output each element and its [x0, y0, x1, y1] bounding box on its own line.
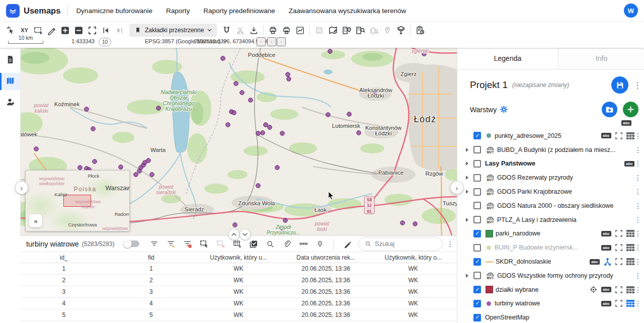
- import-layers-button[interactable]: [394, 24, 408, 37]
- layer-row[interactable]: MVTGDOŚ Parki Krajobrazowe⋮: [466, 185, 644, 199]
- layer-menu-kebab[interactable]: ⋮: [634, 132, 639, 140]
- map-area[interactable]: S81291 PoddębiceZgierzzgierskiAleksandró…: [20, 48, 457, 235]
- help-button[interactable]: ?: [277, 37, 286, 46]
- layer-expand-arrow[interactable]: [466, 162, 472, 166]
- table-row[interactable]: 11WK20.06.2025, 13:36WK: [20, 263, 457, 275]
- cut-geometry-button[interactable]: [233, 24, 247, 37]
- column-header[interactable]: id_: [20, 254, 108, 261]
- layer-row[interactable]: SKDR_dolnoslaskieabc⋮: [466, 255, 644, 269]
- brand[interactable]: Usemaps: [0, 4, 60, 18]
- sidebar-item-map[interactable]: [0, 73, 20, 90]
- nav-menu-item[interactable]: Raporty: [166, 7, 190, 15]
- layer-row[interactable]: BUIN_P Budowle inżyniersk...abc⋮: [466, 240, 644, 255]
- spatial-bookmarks-dropdown[interactable]: Zakładki przestrzenne: [129, 24, 217, 37]
- layer-row[interactable]: parki_narodoweabc⋮: [466, 227, 644, 241]
- table-search-button[interactable]: [265, 238, 276, 250]
- table-collapse-button[interactable]: [239, 229, 251, 240]
- map-sketch-button[interactable]: [326, 24, 340, 37]
- clear-selection-button[interactable]: [215, 238, 226, 250]
- table-row[interactable]: 22WK20.06.2025, 13:36WK: [20, 275, 457, 286]
- layer-visibility-checkbox[interactable]: [473, 230, 481, 237]
- zoom-to-layer-icon[interactable]: [615, 300, 622, 307]
- layer-visibility-checkbox[interactable]: [473, 258, 481, 266]
- building-address-button[interactable]: [340, 24, 353, 37]
- search-region-button[interactable]: [312, 24, 326, 37]
- show-selected-button[interactable]: [248, 238, 259, 250]
- zoom-out-button[interactable]: [72, 24, 86, 37]
- layer-visibility-checkbox[interactable]: [473, 314, 481, 321]
- location-pin-button[interactable]: [380, 24, 394, 37]
- labeling-badge[interactable]: abc: [601, 231, 611, 236]
- center-crosshair-button[interactable]: [257, 37, 266, 46]
- layer-row[interactable]: MVTBUBD_A Budynki (z podziałem na miesz.…: [466, 143, 644, 157]
- select-features-button[interactable]: [198, 238, 209, 250]
- print-template-button[interactable]: [280, 24, 293, 37]
- attachments-button[interactable]: [281, 238, 292, 250]
- filter-button[interactable]: [148, 238, 159, 250]
- sidebar-item-users[interactable]: [0, 94, 20, 111]
- layer-visibility-checkbox[interactable]: [473, 286, 481, 293]
- geometry-button[interactable]: [314, 238, 326, 250]
- layer-visibility-checkbox[interactable]: [473, 174, 481, 182]
- snapping-magnet-button[interactable]: [220, 24, 233, 37]
- add-group-button[interactable]: [602, 102, 617, 117]
- inset-collapse-button[interactable]: «: [29, 214, 42, 227]
- layer-menu-kebab[interactable]: ⋮: [634, 286, 639, 294]
- layer-row[interactable]: MVTPTLZ_A Lasy i zadrzewienia⋮: [466, 213, 644, 227]
- attribute-table-icon[interactable]: [626, 300, 634, 307]
- labeling-badge[interactable]: abc: [601, 245, 611, 251]
- export-button[interactable]: [247, 24, 261, 37]
- edit-records-button[interactable]: [342, 238, 353, 250]
- layer-menu-kebab[interactable]: ⋮: [634, 258, 639, 266]
- save-project-button[interactable]: [611, 76, 628, 94]
- layer-settings-gear-icon[interactable]: [500, 106, 508, 113]
- labeling-badge[interactable]: abc: [624, 161, 634, 167]
- attribute-table-icon[interactable]: [626, 132, 634, 139]
- table-search-input[interactable]: Szukaj: [358, 237, 443, 251]
- layer-visibility-checkbox[interactable]: [473, 272, 481, 279]
- add-filter-button[interactable]: [165, 238, 176, 250]
- layer-menu-kebab[interactable]: ⋮: [634, 174, 639, 182]
- layer-row[interactable]: MVTGDOŚ Wszystkie formy ochrony przyrody…: [466, 269, 644, 283]
- locate-feature-icon[interactable]: [590, 286, 597, 293]
- layer-menu-kebab[interactable]: ⋮: [634, 159, 639, 168]
- layer-visibility-checkbox[interactable]: [473, 160, 481, 168]
- home-search-button[interactable]: [367, 24, 380, 37]
- left-panel-expand-button[interactable]: ›: [15, 181, 28, 194]
- layer-visibility-checkbox[interactable]: [473, 132, 481, 139]
- zoom-to-layer-icon[interactable]: [615, 244, 622, 251]
- layer-row[interactable]: MVTGDOŚ Rezerwaty przyrody⋮: [466, 171, 644, 185]
- print-button[interactable]: [266, 24, 280, 37]
- layer-row[interactable]: OpenStreetMap: [466, 310, 644, 323]
- zoom-to-layer-icon[interactable]: [615, 230, 622, 237]
- relations-button[interactable]: [298, 238, 309, 250]
- layer-row[interactable]: działki wybraneabc⋮: [466, 283, 644, 297]
- layer-expand-arrow[interactable]: [466, 190, 472, 194]
- layer-row[interactable]: Lasy Państwoweabc⋮: [466, 157, 644, 171]
- layer-menu-kebab[interactable]: ⋮: [634, 272, 639, 280]
- table-row[interactable]: 33WK20.06.2025, 13:36WK: [20, 286, 457, 298]
- attribute-table-icon[interactable]: [626, 286, 634, 293]
- labeling-badge[interactable]: abc: [601, 133, 611, 138]
- scale-ratio[interactable]: 1:433343: [71, 38, 95, 44]
- zoom-to-layer-icon[interactable]: [615, 286, 622, 293]
- report-flag-button[interactable]: [267, 37, 276, 46]
- layer-expand-arrow[interactable]: [466, 148, 472, 152]
- layer-menu-kebab[interactable]: ⋮: [634, 216, 639, 224]
- column-header[interactable]: Data utworzenia rek...: [282, 254, 370, 261]
- layer-row[interactable]: MVTGDOŚ Natura 2000 - obszary siedliskow…: [466, 199, 644, 213]
- project-menu-kebab[interactable]: ⋮: [633, 80, 638, 90]
- table-row[interactable]: 55WK20.06.2025, 13:36WK: [20, 309, 457, 321]
- chart-report-button[interactable]: [293, 24, 307, 37]
- zoom-to-layer-icon[interactable]: [615, 132, 622, 139]
- layer-menu-kebab[interactable]: ⋮: [634, 202, 639, 210]
- layer-menu-kebab[interactable]: ⋮: [634, 229, 639, 237]
- clear-filter-button[interactable]: [182, 238, 193, 250]
- layer-visibility-checkbox[interactable]: [473, 244, 481, 252]
- layer-expand-arrow[interactable]: [466, 274, 472, 278]
- labeling-badge[interactable]: abc: [601, 301, 611, 306]
- nav-menu-item[interactable]: Dynamiczne buforowanie: [76, 7, 152, 15]
- building-search-button[interactable]: [353, 24, 367, 37]
- layer-visibility-checkbox[interactable]: [473, 188, 481, 196]
- right-panel-collapse-button[interactable]: ›: [450, 181, 463, 194]
